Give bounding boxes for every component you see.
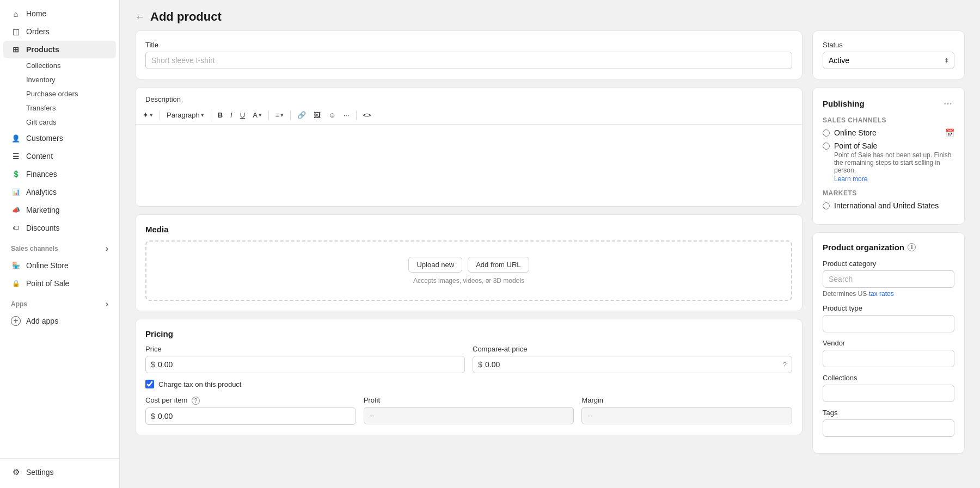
more-toolbar-btn[interactable]: ··· [341, 109, 352, 121]
sidebar-sub-item-collections[interactable]: Collections [3, 59, 116, 72]
upload-new-button[interactable]: Upload new [408, 257, 462, 273]
sidebar-item-point-of-sale[interactable]: Point of Sale [3, 275, 116, 292]
tax-rates-link[interactable]: tax rates [869, 290, 894, 298]
status-label: Status [823, 41, 954, 49]
product-type-label: Product type [823, 304, 954, 312]
image-toolbar-btn[interactable]: 🖼 [311, 109, 323, 121]
add-from-url-button[interactable]: Add from URL [468, 257, 529, 273]
link-toolbar-btn[interactable]: 🔗 [295, 109, 309, 121]
description-card: Description ✦ ▾ Paragraph ▾ B I U [135, 87, 803, 207]
product-category-input[interactable] [823, 270, 954, 288]
sidebar-item-label: Products [26, 45, 59, 54]
media-hint: Accepts images, videos, or 3D models [413, 277, 524, 285]
sidebar-item-discounts[interactable]: Discounts [3, 219, 116, 237]
cost-input-wrap: $ [145, 407, 356, 425]
title-card: Title [135, 30, 803, 79]
italic-toolbar-btn[interactable]: I [228, 109, 235, 121]
product-category-label: Product category [823, 260, 954, 268]
sidebar-item-home[interactable]: Home [3, 5, 116, 22]
code-toolbar-btn[interactable]: <> [360, 109, 374, 121]
calendar-icon[interactable]: 📅 [945, 128, 954, 137]
pos-learn-more-link[interactable]: Learn more [834, 175, 867, 183]
toolbar-divider-1 [160, 110, 160, 120]
orders-icon [11, 27, 21, 36]
price-prefix: $ [151, 360, 155, 369]
status-select[interactable]: Active Draft [823, 52, 954, 69]
sidebar-sub-item-transfers[interactable]: Transfers [3, 101, 116, 115]
charge-tax-label[interactable]: Charge tax on this product [158, 380, 241, 388]
apps-chevron-icon[interactable] [106, 298, 108, 310]
page-title: Add product [150, 10, 222, 24]
price-input[interactable] [145, 356, 465, 373]
sidebar-sub-item-purchase-orders[interactable]: Purchase orders [3, 87, 116, 101]
markets-radio[interactable] [823, 202, 830, 209]
collections-org-input[interactable] [823, 385, 954, 402]
media-drop-zone[interactable]: Upload new Add from URL Accepts images, … [145, 240, 792, 301]
sidebar-item-label: Discounts [26, 224, 59, 232]
product-type-field: Product type [823, 304, 954, 332]
online-store-radio[interactable] [823, 129, 830, 137]
sales-channels-chevron-icon[interactable] [106, 243, 108, 254]
pricing-card: Pricing Price $ Compare-at price $ [135, 319, 803, 435]
toolbar-divider-2 [211, 110, 211, 120]
sidebar-item-add-apps[interactable]: Add apps [3, 312, 116, 330]
margin-field: Margin [581, 396, 792, 425]
publishing-menu-button[interactable]: ⋯ [941, 97, 954, 110]
product-type-input[interactable] [823, 315, 954, 332]
title-label: Title [145, 41, 792, 49]
cost-per-item-input[interactable] [145, 407, 356, 425]
emoji-toolbar-btn[interactable]: ☺ [326, 109, 338, 121]
content-layout: Title Description ✦ ▾ Paragraph ▾ [120, 30, 980, 454]
online-store-icon [11, 261, 21, 270]
align-toolbar-btn[interactable]: ≡ ▾ [273, 109, 287, 121]
media-buttons: Upload new Add from URL [408, 257, 529, 273]
paragraph-toolbar-btn[interactable]: Paragraph ▾ [164, 109, 207, 121]
compare-price-info-icon: ? [783, 361, 787, 369]
pos-radio[interactable] [823, 143, 830, 150]
vendor-input[interactable] [823, 350, 954, 367]
sidebar-item-analytics[interactable]: Analytics [3, 183, 116, 201]
title-input[interactable] [145, 52, 792, 69]
description-toolbar: ✦ ▾ Paragraph ▾ B I U A ▾ [136, 106, 802, 125]
sidebar-sub-item-gift-cards[interactable]: Gift cards [3, 115, 116, 129]
products-icon [11, 45, 21, 54]
text-color-toolbar-btn[interactable]: A ▾ [250, 109, 265, 121]
marketing-icon [11, 205, 21, 215]
profit-label: Profit [364, 396, 574, 404]
profit-field: Profit [364, 396, 574, 425]
charge-tax-row: Charge tax on this product [145, 380, 792, 388]
publishing-header: Publishing ⋯ [823, 97, 954, 110]
margin-label: Margin [581, 396, 792, 404]
customers-icon [11, 133, 21, 143]
sidebar: Home Orders Products Collections Invento… [0, 0, 120, 488]
compare-at-price-input[interactable] [473, 356, 792, 373]
underline-toolbar-btn[interactable]: U [237, 109, 248, 121]
bold-toolbar-btn[interactable]: B [215, 109, 225, 121]
sidebar-bottom: Settings [0, 458, 119, 488]
charge-tax-checkbox[interactable] [145, 380, 154, 388]
sidebar-sub-item-inventory[interactable]: Inventory [3, 73, 116, 87]
sidebar-item-content[interactable]: Content [3, 147, 116, 165]
sidebar-item-marketing[interactable]: Marketing [3, 201, 116, 219]
profit-input[interactable] [364, 407, 574, 424]
home-icon [11, 9, 21, 18]
sidebar-item-settings[interactable]: Settings [3, 464, 116, 481]
price-label: Price [145, 345, 465, 353]
sidebar-item-customers[interactable]: Customers [3, 129, 116, 147]
tags-input[interactable] [823, 419, 954, 437]
compare-price-prefix: $ [478, 360, 482, 369]
margin-input[interactable] [581, 407, 792, 424]
sidebar-item-finances[interactable]: Finances [3, 165, 116, 183]
back-button[interactable]: ← [135, 11, 145, 23]
markets-label: Markets [823, 189, 954, 197]
analytics-icon [11, 187, 21, 197]
compare-price-input-wrap: $ ? [473, 356, 792, 373]
channel-row-pos: Point of Sale Point of Sale has not been… [823, 141, 954, 183]
magic-toolbar-btn[interactable]: ✦ ▾ [140, 109, 156, 121]
sidebar-item-online-store[interactable]: Online Store [3, 257, 116, 274]
sidebar-item-orders[interactable]: Orders [3, 23, 116, 40]
sidebar-item-products[interactable]: Products [3, 41, 116, 58]
publishing-card: Publishing ⋯ Sales channels Online Store… [812, 87, 965, 225]
determines-tax-text: Determines US tax rates [823, 290, 954, 298]
description-editor[interactable] [136, 125, 802, 206]
